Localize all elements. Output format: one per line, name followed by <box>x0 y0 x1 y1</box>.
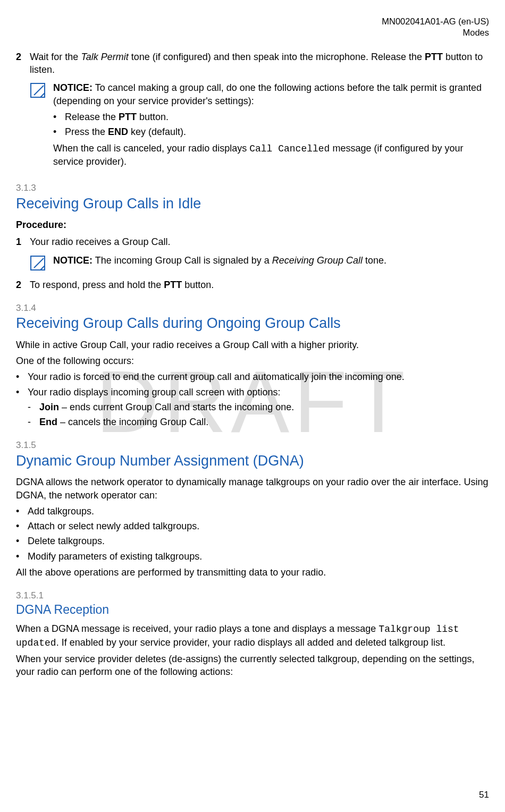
paragraph: While in active Group Call, your radio r… <box>16 339 489 351</box>
text: When a DGNA message is received, your ra… <box>16 623 378 634</box>
dash-mark: - <box>28 416 39 428</box>
paragraph: When a DGNA message is received, your ra… <box>16 622 489 649</box>
bullet-mark: • <box>16 520 28 532</box>
list-item-text: Delete talkgroups. <box>28 535 105 547</box>
notice-label: NOTICE: <box>53 82 92 93</box>
text-bold: PTT <box>119 112 137 122</box>
svg-marker-1 <box>40 93 45 97</box>
notice-label: NOTICE: <box>53 255 92 266</box>
text: To respond, press and hold the <box>30 280 164 290</box>
section-number: 3.1.5.1 <box>16 590 489 601</box>
list-item: • Your radio displays incoming group cal… <box>16 386 489 399</box>
page-content: 2 Wait for the Talk Permit tone (if conf… <box>16 50 489 679</box>
list-item-text: Your radio displays incoming group call … <box>28 386 281 399</box>
section-title: DGNA Reception <box>16 603 489 618</box>
section-number: 3.1.4 <box>16 303 489 314</box>
list-item-text: Modify parameters of existing talkgroups… <box>28 550 202 563</box>
text: tone (if configured) and then speak into… <box>129 52 425 62</box>
bullet-mark: • <box>16 370 28 383</box>
notice-block: NOTICE: The incoming Group Call is signa… <box>30 254 489 273</box>
bullet-mark: • <box>16 386 28 399</box>
text-bold: End <box>39 417 57 427</box>
procedure-step: 1 Your radio receives a Group Call. <box>16 235 489 248</box>
list-item-text: Release the PTT button. <box>65 111 169 123</box>
list-item-text: Add talkgroups. <box>28 505 94 518</box>
text-bold: PTT <box>164 280 182 290</box>
sub-list-item: - Join – ends current Group Call and sta… <box>28 401 489 413</box>
paragraph: One of the following occurs: <box>16 354 489 367</box>
header-section: Modes <box>16 27 489 38</box>
list-item-text: Press the END key (default). <box>65 125 186 138</box>
text: Wait for the <box>30 52 81 62</box>
paragraph: All the above operations are performed b… <box>16 566 489 579</box>
step-body: To respond, press and hold the PTT butto… <box>30 278 489 291</box>
text: button. <box>182 280 214 290</box>
page-number: 51 <box>479 789 489 801</box>
step-body: Your radio receives a Group Call. <box>30 235 489 248</box>
text: key (default). <box>128 126 186 137</box>
section-title: Dynamic Group Number Assignment (DGNA) <box>16 452 489 469</box>
svg-line-5 <box>34 258 44 268</box>
paragraph: When the call is canceled, your radio di… <box>53 142 489 168</box>
sub-list-item: - End – cancels the incoming Group Call. <box>28 416 489 428</box>
bullet-mark: • <box>16 550 28 563</box>
text: . If enabled by your service provider, y… <box>56 637 445 648</box>
text-bold: PTT <box>425 52 443 62</box>
list-item: •Attach or select newly added talkgroups… <box>16 520 489 532</box>
bullet-list: • Release the PTT button. • Press the EN… <box>53 111 489 139</box>
dash-mark: - <box>28 401 39 413</box>
bullet-mark: • <box>53 111 65 123</box>
text-mono: Call Cancelled <box>249 143 330 154</box>
doc-id: MN002041A01-AG (en-US) <box>16 16 489 27</box>
text: Press the <box>65 126 108 137</box>
step-number: 1 <box>16 235 30 248</box>
step-number: 2 <box>16 50 30 77</box>
text: tone. <box>363 255 386 266</box>
text-bold: Join <box>39 402 59 412</box>
list-item-text: Join – ends current Group Call and start… <box>39 401 294 413</box>
list-item: • Your radio is forced to end the curren… <box>16 370 489 383</box>
notice-icon <box>30 254 53 273</box>
text: The incoming Group Call is signaled by a <box>92 255 272 266</box>
text: To cancel making a group call, do one th… <box>53 82 482 106</box>
svg-line-2 <box>34 86 44 95</box>
text: When the call is canceled, your radio di… <box>53 143 249 154</box>
page-header: MN002041A01-AG (en-US) Modes <box>16 16 489 39</box>
notice-text: NOTICE: To cancel making a group call, d… <box>53 81 489 171</box>
text-italic: Receiving Group Call <box>272 255 363 266</box>
list-item: •Add talkgroups. <box>16 505 489 518</box>
text-italic: Talk Permit <box>81 52 128 62</box>
paragraph: DGNA allows the network operator to dyna… <box>16 476 489 502</box>
list-item-text: End – cancels the incoming Group Call. <box>39 416 208 428</box>
bullet-list: •Add talkgroups. •Attach or select newly… <box>16 505 489 563</box>
procedure-step: 2 To respond, press and hold the PTT but… <box>16 278 489 291</box>
svg-marker-4 <box>40 266 45 270</box>
bullet-mark: • <box>16 535 28 547</box>
notice-block: NOTICE: To cancel making a group call, d… <box>30 81 489 171</box>
list-item-text: Attach or select newly added talkgroups. <box>28 520 199 532</box>
text-bold: END <box>108 126 128 137</box>
list-item-text: Your radio is forced to end the current … <box>28 370 405 383</box>
page: DRAFT MN002041A01-AG (en-US) Modes 2 Wai… <box>0 0 505 812</box>
list-item: • Press the END key (default). <box>53 125 489 138</box>
bullet-mark: • <box>53 125 65 138</box>
section-number: 3.1.5 <box>16 440 489 451</box>
text: Release the <box>65 112 119 122</box>
bullet-mark: • <box>16 505 28 518</box>
section-title: Receiving Group Calls in Idle <box>16 195 489 212</box>
list-item: •Modify parameters of existing talkgroup… <box>16 550 489 563</box>
list-item: •Delete talkgroups. <box>16 535 489 547</box>
section-title: Receiving Group Calls during Ongoing Gro… <box>16 315 489 332</box>
list-item: • Release the PTT button. <box>53 111 489 123</box>
notice-icon <box>30 81 53 171</box>
bullet-list: • Your radio is forced to end the curren… <box>16 370 489 428</box>
paragraph: When your service provider deletes (de-a… <box>16 653 489 679</box>
section-number: 3.1.3 <box>16 183 489 193</box>
text: – ends current Group Call and starts the… <box>59 402 294 412</box>
text: button. <box>137 112 169 122</box>
step-number: 2 <box>16 278 30 291</box>
text: – cancels the incoming Group Call. <box>57 417 208 427</box>
procedure-step: 2 Wait for the Talk Permit tone (if conf… <box>16 50 489 77</box>
procedure-label: Procedure: <box>16 218 489 231</box>
step-body: Wait for the Talk Permit tone (if config… <box>30 50 489 77</box>
